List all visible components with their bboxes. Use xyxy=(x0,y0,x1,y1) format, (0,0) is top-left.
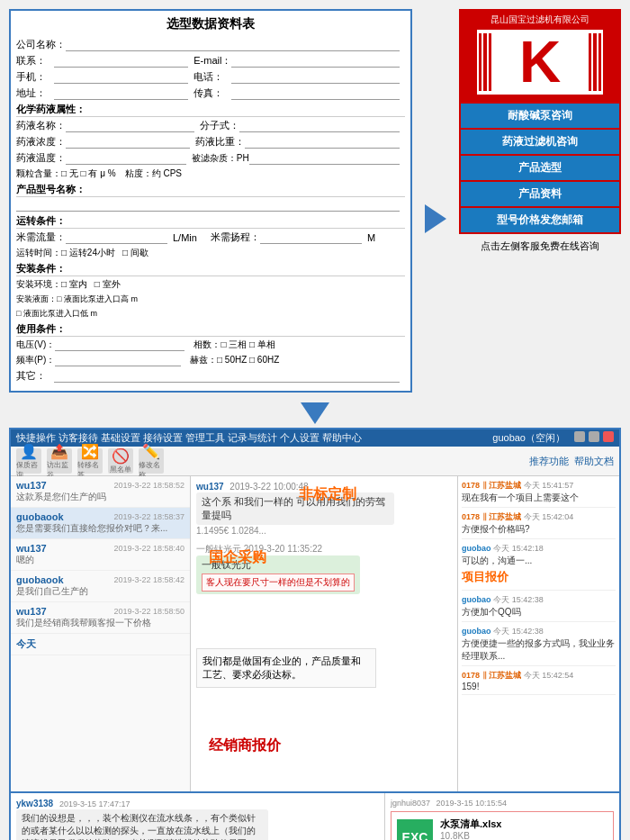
list-item-5[interactable]: 今天 xyxy=(11,634,190,655)
specific-gravity-label: 药液比重： xyxy=(195,135,245,149)
list-item-3[interactable]: guobaook 2019-3-22 18:58:42 是我们自己生产的 xyxy=(11,571,190,602)
address-label: 地址： xyxy=(16,86,54,100)
list-time-4: 2019-3-22 18:58:50 xyxy=(113,607,184,616)
close-btn[interactable] xyxy=(603,431,614,442)
chat-main: wu137 2019-3-22 10:00:48 这个系 和我们一样的 可以用用… xyxy=(191,476,457,791)
list-item-0-header: wu137 2019-3-22 18:58:52 xyxy=(16,480,184,491)
annotation-state-purchase: 国企采购 xyxy=(209,548,266,567)
menu-btn-0[interactable]: 耐酸碱泵咨询 xyxy=(461,104,619,130)
product-name-field[interactable] xyxy=(16,199,400,212)
distance-field[interactable] xyxy=(260,231,362,244)
file-info: 水泵清单.xlsx 10.8KB 预览 打开文件夹 xyxy=(440,817,517,840)
impurity-field[interactable] xyxy=(249,152,400,165)
temperature-label: 药液温度： xyxy=(16,151,66,165)
menu-btn-3[interactable]: 产品资料 xyxy=(461,182,619,208)
chat-messages: wu137 2019-3-22 10:00:48 这个系 和我们一样的 可以用用… xyxy=(191,476,457,791)
crm-3: guobao 今天 15:42:38 方便加个QQ吗 xyxy=(462,594,616,622)
intermittent-label: □ 间歇 xyxy=(122,247,148,259)
toolbar-icon-3[interactable]: 🚫 黑名单 xyxy=(108,448,133,474)
annotation-dealer: 经销商报价 xyxy=(209,736,281,755)
arrow-down-shape xyxy=(301,402,329,424)
flow-field[interactable] xyxy=(66,231,167,244)
file-size: 10.8KB xyxy=(440,831,517,840)
phone-field[interactable] xyxy=(54,71,188,84)
annotation-dealer-label: 经销商报价 xyxy=(209,736,281,755)
crm-1: 0178 ‖ 江苏盐城 今天 15:42:04 方便报个价格吗? xyxy=(462,511,616,539)
toolbar-help[interactable]: 帮助文档 xyxy=(574,455,614,468)
voltage-field[interactable] xyxy=(55,339,184,351)
list-item-0[interactable]: wu137 2019-3-22 18:58:52 这款系是您们生产的吗 xyxy=(11,476,190,508)
menu-btn-4[interactable]: 型号价格发您邮箱 xyxy=(461,208,619,232)
address-row: 地址： 传真： xyxy=(16,86,405,100)
crm-0-time: 今天 15:41:57 xyxy=(524,481,574,490)
list-time-3: 2019-3-22 18:58:42 xyxy=(113,575,184,584)
product-section-title: 产品型号名称： xyxy=(16,183,405,197)
menu-btn-2[interactable]: 产品选型 xyxy=(461,156,619,182)
fax-label: 传真： xyxy=(194,86,231,100)
product-field-row xyxy=(16,199,405,212)
specific-gravity-field[interactable] xyxy=(245,136,400,149)
crm-5-text: 159! xyxy=(462,682,616,691)
state-purchase-content: 我们都是做国有企业的，产品质量和工艺、要求必须达标。 xyxy=(202,655,361,680)
bl2 xyxy=(483,33,486,91)
distance-label: 米需扬程： xyxy=(211,230,260,244)
company-field[interactable] xyxy=(66,39,400,51)
list-item-1[interactable]: guobaook 2019-3-22 18:58:37 您是需要我们直接给您报价… xyxy=(11,508,190,539)
contact-email-row: 联系： E-mail： xyxy=(16,54,405,68)
runtime-label: 运转时间：□ 运转24小时 xyxy=(16,247,115,259)
toolbar-icon-4[interactable]: ✏️ 修改名称 xyxy=(139,448,164,474)
arrow-right-shape xyxy=(425,204,446,233)
arrow-right xyxy=(421,45,450,393)
list-msg-3: 是我们自己生产的 xyxy=(16,585,178,598)
email-field[interactable] xyxy=(231,55,400,68)
phase-label: 相数：□ 三相 □ 单相 xyxy=(194,339,274,351)
user-info: guobao（空闲） xyxy=(492,431,565,445)
power-row: 频率(P)： 赫兹：□ 50HZ □ 60HZ xyxy=(16,354,405,366)
concentration-field[interactable] xyxy=(66,136,190,149)
list-item-2[interactable]: wu137 2019-3-22 18:58:40 嗯的 xyxy=(11,539,190,571)
list-msg-2: 嗯的 xyxy=(16,554,178,566)
contact-field[interactable] xyxy=(54,55,188,68)
list-time-2: 2019-3-22 18:58:40 xyxy=(113,544,184,553)
tel-label: 电话： xyxy=(194,70,231,84)
chat-right: 0178 ‖ 江苏盐城 今天 15:41:57 现在我有一个项目上需要这个 01… xyxy=(457,476,619,791)
annotation-custom-label: 非标定制 xyxy=(299,485,356,504)
fax-field[interactable] xyxy=(231,87,400,100)
distance-unit: M xyxy=(367,232,405,243)
toolbar-icon-2[interactable]: 🔀 转移名答 xyxy=(77,448,103,474)
molecular-field[interactable] xyxy=(239,120,400,132)
email-label: E-mail： xyxy=(194,54,231,68)
crm-1-name: 0178 ‖ 江苏盐城 xyxy=(462,512,521,521)
barcode-right xyxy=(587,30,603,95)
crm-4-header: guobao 今天 15:42:38 xyxy=(462,626,616,637)
power-field[interactable] xyxy=(55,354,181,366)
toolbar-icon-0[interactable]: 👤 保质咨询 xyxy=(16,448,41,474)
window-controls: guobao（空闲） xyxy=(492,431,614,445)
list-item-4[interactable]: wu137 2019-3-22 18:58:50 我们是经销商我帮顾客报一下价格 xyxy=(11,602,190,634)
list-name-1: guobaook xyxy=(16,511,64,522)
tel-field[interactable] xyxy=(231,71,400,84)
menu-btn-1[interactable]: 药液过滤机咨询 xyxy=(461,130,619,156)
suction2-row: □ 液面比泵进入口低 m xyxy=(16,308,405,320)
crm-3-header: guobao 今天 15:42:38 xyxy=(462,594,616,606)
other-field[interactable] xyxy=(54,370,400,383)
install-env-row: 安装环境：□ 室内 □ 室外 xyxy=(16,278,405,291)
crm-2-highlight: 项目报价 xyxy=(462,569,616,585)
msg-1-highlight: 客人现在要尺寸一样的但是不划算的 xyxy=(202,574,355,592)
temperature-field[interactable] xyxy=(66,152,186,165)
maximize-btn[interactable] xyxy=(589,431,599,442)
list-name-4: wu137 xyxy=(16,606,47,617)
bl3 xyxy=(489,33,491,91)
viscosity-label: 粘度：约 CPS xyxy=(125,167,182,180)
form-panel: 选型数据资料表 公司名称： 联系： E-mail： 手机： 电话： 地址： 传真… xyxy=(9,9,412,393)
address-field[interactable] xyxy=(54,87,188,100)
impurity-label: 被滤杂质：PH xyxy=(192,152,249,165)
crm-3-time: 今天 15:42:38 xyxy=(493,595,544,604)
toolbar-recommend[interactable]: 推荐功能 xyxy=(529,455,569,468)
chat-list: wu137 2019-3-22 18:58:52 这款系是您们生产的吗 guob… xyxy=(11,476,191,791)
toolbar-icon-1[interactable]: 📤 访出监谷 xyxy=(47,448,72,474)
crm-4-time: 今天 15:42:38 xyxy=(493,627,544,636)
form-title: 选型数据资料表 xyxy=(16,16,405,32)
minimize-btn[interactable] xyxy=(574,431,585,442)
liquid-name-field[interactable] xyxy=(66,120,194,132)
